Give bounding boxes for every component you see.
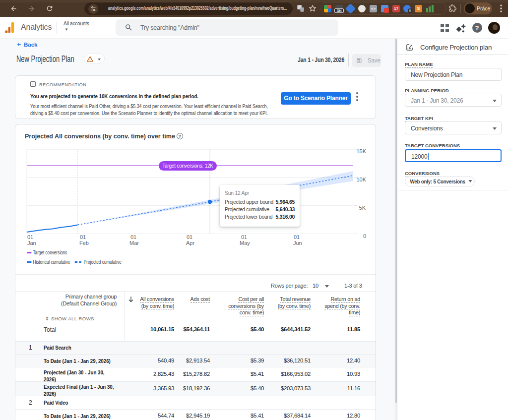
svg-text:5K: 5K [359, 205, 366, 211]
svg-text:Apr: Apr [186, 240, 194, 246]
svg-text:01: 01 [130, 234, 136, 240]
svg-text:Feb: Feb [79, 240, 89, 246]
svg-text:May: May [240, 240, 250, 246]
svg-text:01: 01 [80, 234, 86, 240]
svg-text:01: 01 [241, 234, 247, 240]
svg-text:0: 0 [363, 233, 366, 239]
svg-text:Jun: Jun [293, 240, 302, 246]
svg-text:01: 01 [294, 234, 300, 240]
svg-text:01: 01 [27, 234, 33, 240]
svg-text:10K: 10K [356, 177, 366, 182]
svg-text:Mar: Mar [129, 240, 139, 246]
svg-text:15K: 15K [356, 148, 366, 154]
svg-text:01: 01 [187, 234, 192, 240]
svg-text:Jan: Jan [27, 240, 36, 246]
